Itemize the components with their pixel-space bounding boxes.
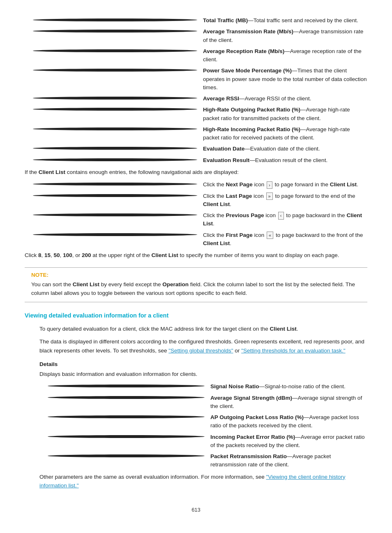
list-item: Power Save Mode Percentage (%)—Times tha… [25,67,367,92]
bullet-dot [33,127,197,130]
last-page-icon: » [266,192,273,200]
note-text: You can sort the Client List by every fi… [31,280,361,298]
list-item: Average RSSI—Average RSSI of the client. [25,95,367,103]
section-heading: Viewing detailed evaluation information … [25,312,367,319]
bullet-dot [33,97,197,100]
list-item: Click the First Page icon « to page back… [25,231,367,248]
list-item: Incoming Packet Error Ratio (%)—Average … [39,433,367,450]
link-setting-global[interactable]: "Setting global thresholds" [168,348,233,354]
bullet-dot [48,435,205,438]
list-item: Total Traffic (MB)—Total traffic sent an… [25,16,367,25]
next-page-icon: › [267,181,272,189]
bullet-dot [33,49,197,52]
bullet-dot [33,183,197,185]
bullet-dot [48,454,205,457]
page-number: 613 [25,507,367,513]
bullet-dot [48,385,205,387]
prev-page-icon: ‹ [278,212,284,220]
link-setting-thresholds[interactable]: "Setting thresholds for an evaluation ta… [241,348,345,354]
list-item: Evaluation Result—Evaluation result of t… [25,156,367,165]
details-intro: Displays basic information and evaluatio… [39,370,367,379]
link-client-history[interactable]: "Viewing the client online history infor… [39,474,345,489]
details-heading: Details [39,361,367,367]
bullet-dot [48,396,205,399]
bullet-dot [33,30,197,32]
list-item: Average Reception Rate (Mb/s)—Average re… [25,47,367,64]
other-para: Other parameters are the same as overall… [39,473,367,490]
list-item: Click the Previous Page icon ‹ to page b… [25,211,367,228]
query-para: To query detailed evaluation for a clien… [39,324,367,334]
bullet-dot [33,69,197,72]
bullet-dot [33,194,197,197]
list-item: Average Signal Strength (dBm)—Average si… [39,394,367,411]
section-content: To query detailed evaluation for a clien… [25,324,367,490]
details-bullet-list: Signal Noise Ratio—Signal-to-noise ratio… [39,382,367,469]
click-para: Click 8, 15, 50, 100, or 200 at the uppe… [25,251,367,260]
bullet-dot [33,158,197,161]
bullet-dot [33,213,197,216]
bullet-dot [48,415,205,418]
first-page-icon: « [267,232,273,239]
bullet-dot [33,108,197,111]
list-item: AP Outgoing Packet Loss Ratio (%)—Averag… [39,413,367,430]
list-item: Click the Next Page icon › to page forwa… [25,181,367,189]
bullet-dot [33,19,197,21]
list-item: Click the Last Page icon » to page forwa… [25,192,367,209]
list-item: Packet Retransmission Ratio—Average pack… [39,452,367,469]
list-item: Evaluation Date—Evaluation date of the c… [25,145,367,153]
nav-bullet-list: Click the Next Page icon › to page forwa… [25,181,367,248]
list-item: Signal Noise Ratio—Signal-to-noise ratio… [39,382,367,391]
bullet-dot [33,147,197,150]
top-bullet-list: Total Traffic (MB)—Total traffic sent an… [25,16,367,165]
data-para: The data is displayed in different color… [39,337,367,355]
list-item: High-Rate Incoming Packet Ratio (%)—Aver… [25,125,367,142]
list-item: High-Rate Outgoing Packet Ratio (%)—Aver… [25,106,367,123]
nav-intro-para: If the Client List contains enough entri… [25,168,367,177]
list-item: Average Transmission Rate (Mb/s)—Average… [25,28,367,44]
bullet-dot [33,233,197,236]
note-label: NOTE: [31,272,361,278]
note-box: NOTE: You can sort the Client List by ev… [25,267,367,302]
